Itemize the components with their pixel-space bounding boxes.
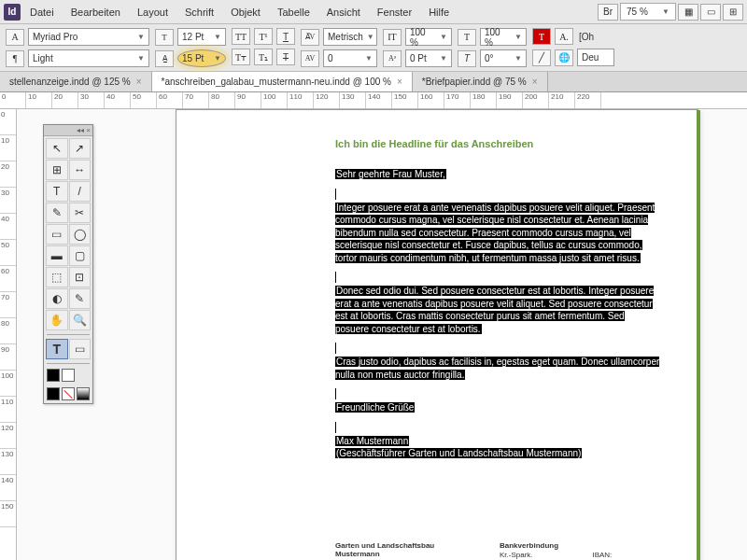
stroke-color-button[interactable]: ╱	[532, 49, 551, 66]
selection-tool[interactable]: ↖	[46, 138, 68, 159]
stroke-swatch[interactable]	[62, 369, 75, 382]
font-family-select[interactable]: Myriad Pro▼	[28, 28, 149, 46]
font-style-select[interactable]: Light▼	[28, 49, 149, 67]
para-panel-icon[interactable]: ¶	[6, 50, 24, 67]
close-icon[interactable]: ×	[532, 77, 538, 87]
menu-hilfe[interactable]: Hilfe	[421, 3, 457, 21]
canvas[interactable]: ◂◂ × ↖↗⊞↔T/✎✂▭◯▬▢⬚⊡◐✎✋🔍 T ▭ Ich bin die …	[17, 109, 747, 560]
menu-schrift[interactable]: Schrift	[177, 3, 221, 21]
fill-color-button[interactable]: T	[532, 28, 551, 45]
hand-tool[interactable]: ✋	[46, 310, 68, 330]
skew-select[interactable]: 0°▼	[480, 49, 527, 67]
line-tool[interactable]: /	[69, 181, 92, 202]
closing-text[interactable]: Freundliche Grüße	[335, 402, 415, 413]
lang-icon: 🌐	[555, 49, 573, 66]
font-size-select[interactable]: 12 Pt▼	[177, 28, 226, 46]
greeting-text[interactable]: Sehr geehrte Frau Muster,	[335, 169, 446, 179]
allcaps-button[interactable]: TT	[232, 28, 250, 45]
ruler-vertical[interactable]: 0102030405060708090100110120130140150	[0, 109, 17, 560]
menu-objekt[interactable]: Objekt	[223, 3, 268, 21]
menu-tabelle[interactable]: Tabelle	[270, 3, 317, 21]
arrange-button[interactable]: ⊞	[723, 4, 743, 21]
rect-frame-tool[interactable]: ▭	[46, 224, 68, 245]
toolbox-panel[interactable]: ◂◂ × ↖↗⊞↔T/✎✂▭◯▬▢⬚⊡◐✎✋🔍 T ▭	[43, 124, 93, 404]
view-mode-button[interactable]: ▦	[678, 4, 698, 21]
ruler-horizontal[interactable]: 0102030405060708090100110120130140150160…	[0, 92, 747, 109]
signature-name[interactable]: Max Mustermann	[335, 436, 409, 446]
rect-tool[interactable]: ▬	[46, 245, 68, 266]
kerning-select[interactable]: Metrisch▼	[323, 28, 377, 46]
underline-button[interactable]: T	[276, 28, 295, 45]
pen-tool[interactable]: ✎	[46, 203, 68, 223]
menu-bearbeiten[interactable]: Bearbeiten	[63, 3, 128, 21]
baseline-icon: Aª	[383, 50, 402, 67]
superscript-button[interactable]: T¹	[254, 28, 273, 45]
none-swatch[interactable]	[62, 387, 75, 400]
type-format-tool[interactable]: T	[46, 339, 68, 359]
gradient-swatch[interactable]	[77, 387, 90, 400]
signature-role[interactable]: (Geschäftsführer Garten und Landschaftsb…	[335, 448, 582, 458]
baseline-select[interactable]: 0 Pt▼	[405, 49, 452, 67]
hscale-select[interactable]: 100 %▼	[480, 28, 527, 46]
char-style-label: [Oh	[577, 30, 596, 44]
app-logo: Id	[4, 4, 21, 21]
strike-button[interactable]: T	[276, 49, 295, 65]
char-panel-icon[interactable]: A	[6, 29, 24, 46]
document-page[interactable]: Ich bin die Headline für das Anschreiben…	[176, 109, 698, 560]
close-icon[interactable]: ×	[136, 77, 142, 87]
doc-tab-3[interactable]: *Briefpapier.indd @ 75 %×	[413, 72, 548, 91]
fill-swatch[interactable]	[47, 369, 60, 382]
footer-col2-head: Bankverbindung	[500, 541, 564, 550]
headline-text[interactable]: Ich bin die Headline für das Anschreiben	[335, 138, 660, 149]
doc-tab-1[interactable]: stellenanzeige.indd @ 125 %×	[0, 72, 152, 91]
free-transform-tool[interactable]: ⬚	[46, 267, 68, 287]
leading-icon: A̲	[155, 50, 174, 67]
vscale-select[interactable]: 100 %▼	[405, 28, 452, 46]
menu-layout[interactable]: Layout	[130, 3, 176, 21]
menu-datei[interactable]: Datei	[22, 3, 62, 21]
subscript-button[interactable]: T₁	[254, 49, 273, 65]
bridge-button[interactable]: Br	[598, 4, 618, 21]
char-style-button[interactable]: A.	[555, 28, 573, 45]
default-fill-swatch[interactable]	[47, 387, 60, 400]
frame-format-tool[interactable]: ▭	[69, 339, 92, 359]
body-p2[interactable]: Donec sed odio dui. Sed posuere consecte…	[335, 286, 654, 334]
scissors-tool[interactable]: ▢	[69, 245, 92, 266]
hscale-icon: T	[458, 29, 476, 46]
body-p3[interactable]: Cras justo odio, dapibus ac facilisis in…	[335, 357, 659, 380]
page-tool[interactable]: ⊞	[46, 160, 68, 180]
smallcaps-button[interactable]: Tᴛ	[232, 49, 250, 65]
screen-mode-button[interactable]: ▭	[700, 4, 721, 21]
note-tool[interactable]: ✎	[69, 288, 92, 309]
vscale-icon: IT	[383, 29, 402, 46]
page-green-bar	[697, 110, 700, 560]
eyedropper-tool[interactable]: ◐	[46, 288, 68, 309]
type-tool[interactable]: T	[46, 181, 68, 202]
pencil-tool[interactable]: ✂	[69, 203, 92, 223]
menu-ansicht[interactable]: Ansicht	[319, 3, 368, 21]
leading-select[interactable]: 15 Pt▼	[177, 49, 226, 67]
close-icon[interactable]: ×	[397, 77, 402, 87]
skew-icon: T	[458, 50, 476, 67]
body-p1[interactable]: Integer posuere erat a ante venenatis da…	[335, 203, 655, 263]
tracking-select[interactable]: 0▼	[323, 49, 377, 67]
footer-line: Kr.-Spark. Musterstadt	[500, 551, 564, 560]
panel-collapse-icon[interactable]: ◂◂ ×	[44, 125, 92, 136]
zoom-select[interactable]: 75 %▼	[620, 3, 676, 21]
tracking-icon: AV	[301, 50, 319, 67]
font-size-icon: T	[155, 29, 174, 46]
footer-line: IBAN: DE12345678910	[592, 551, 660, 560]
zoom-tool[interactable]: 🔍	[69, 310, 92, 330]
menu-fenster[interactable]: Fenster	[370, 3, 419, 21]
gradient-tool[interactable]: ⊡	[69, 267, 92, 287]
ellipse-frame-tool[interactable]: ◯	[69, 224, 92, 245]
footer-col1-head: Garten und Landschaftsbau Mustermann	[335, 541, 472, 558]
kerning-icon: A⃗V	[301, 29, 319, 46]
gap-tool[interactable]: ↔	[69, 160, 92, 180]
direct-select-tool[interactable]: ↗	[69, 138, 92, 159]
language-select[interactable]: Deu	[577, 49, 614, 66]
doc-tab-2[interactable]: *anschreiben_galabau_mustermann-neu.indd…	[152, 72, 413, 91]
